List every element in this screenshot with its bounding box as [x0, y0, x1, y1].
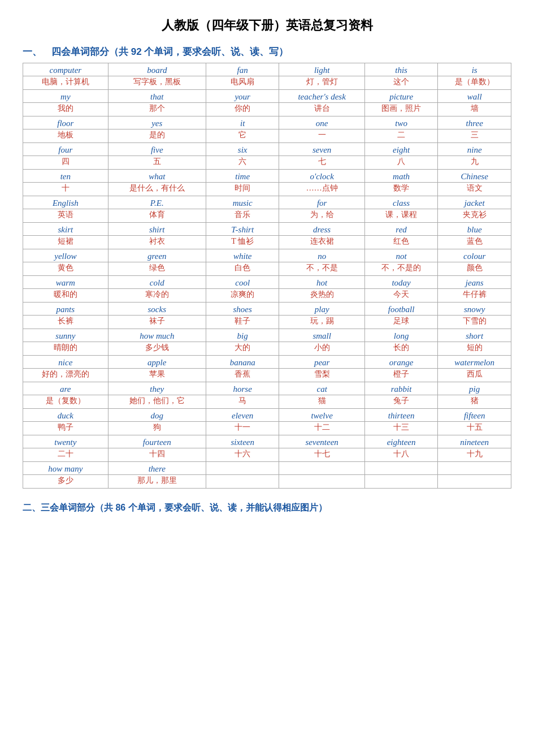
english-cell: for [279, 196, 364, 209]
english-cell: nine [438, 143, 511, 156]
chinese-cell: 多少钱 [108, 342, 206, 356]
table-row: mythatyourteacher's deskpicturewall [23, 90, 511, 103]
english-cell: picture [364, 90, 438, 103]
english-cell: that [108, 90, 206, 103]
chinese-cell: 玩，踢 [279, 316, 364, 329]
english-cell: three [438, 116, 511, 129]
english-cell: my [23, 90, 108, 103]
english-cell: your [206, 90, 279, 103]
chinese-cell: 电风扇 [206, 76, 279, 90]
table-row: niceapplebananapearorangewatermelon [23, 356, 511, 369]
chinese-cell: 袜子 [108, 316, 206, 329]
chinese-cell: 牛仔裤 [438, 289, 511, 303]
chinese-cell: 暖和的 [23, 289, 108, 303]
english-cell: pear [279, 356, 364, 369]
table-row: aretheyhorsecatrabbitpig [23, 382, 511, 395]
chinese-cell: 十一 [206, 422, 279, 435]
chinese-cell: 蓝色 [438, 236, 511, 249]
chinese-cell: 炎热的 [279, 289, 364, 303]
chinese-cell: 好的，漂亮的 [23, 369, 108, 382]
english-cell: it [206, 116, 279, 129]
chinese-cell: 长裤 [23, 316, 108, 329]
chinese-cell: 十二 [279, 422, 364, 435]
chinese-cell: 语文 [438, 183, 511, 196]
english-cell: not [364, 249, 438, 262]
english-cell: horse [206, 382, 279, 395]
english-cell: five [108, 143, 206, 156]
chinese-cell: 是的 [108, 129, 206, 143]
english-cell: nice [23, 356, 108, 369]
english-cell: twenty [23, 435, 108, 448]
chinese-cell: 九 [438, 156, 511, 170]
chinese-cell: 电脑，计算机 [23, 76, 108, 90]
chinese-cell: 六 [206, 156, 279, 170]
page-title: 人教版（四年级下册）英语总复习资料 [23, 17, 511, 34]
table-row: duckdogeleventwelvethirteenfifteen [23, 409, 511, 422]
table-row: 多少那儿，那里 [23, 475, 511, 489]
english-cell: they [108, 382, 206, 395]
chinese-cell: 不，不是的 [364, 262, 438, 276]
english-cell: math [364, 170, 438, 183]
table-row: how manythere [23, 462, 511, 475]
chinese-cell: 寒冷的 [108, 289, 206, 303]
chinese-cell: 不，不是 [279, 262, 364, 276]
chinese-cell: 香蕉 [206, 369, 279, 382]
english-cell: hot [279, 276, 364, 289]
table-row: warmcoldcoolhottodayjeans [23, 276, 511, 289]
chinese-cell: 十三 [364, 422, 438, 435]
english-cell: jacket [438, 196, 511, 209]
chinese-cell: 十 [23, 183, 108, 196]
table-row: 晴朗的多少钱大的小的长的短的 [23, 342, 511, 356]
english-cell [279, 462, 364, 475]
chinese-cell: 二 [364, 129, 438, 143]
chinese-cell: 多少 [23, 475, 108, 489]
english-cell: thirteen [364, 409, 438, 422]
english-cell: eight [364, 143, 438, 156]
chinese-cell: 你的 [206, 103, 279, 116]
table-row: yellowgreenwhitenonotcolour [23, 249, 511, 262]
table-row: 地板是的它一二三 [23, 129, 511, 143]
table-row: 我的那个你的讲台图画，照片墙 [23, 103, 511, 116]
english-cell: short [438, 329, 511, 342]
chinese-cell: 黄色 [23, 262, 108, 276]
chinese-cell: 马 [206, 395, 279, 409]
english-cell: English [23, 196, 108, 209]
chinese-cell: 橙子 [364, 369, 438, 382]
english-cell: teacher's desk [279, 90, 364, 103]
chinese-cell: 下雪的 [438, 316, 511, 329]
chinese-cell: 它 [206, 129, 279, 143]
english-cell: banana [206, 356, 279, 369]
english-cell: fan [206, 63, 279, 76]
table-row: 二十十四十六十七十八十九 [23, 448, 511, 462]
table-row: 四五六七八九 [23, 156, 511, 170]
english-cell: two [364, 116, 438, 129]
chinese-cell: 十六 [206, 448, 279, 462]
section2-title: 二、三会单词部分（共 86 个单词，要求会听、说、读，并能认得相应图片） [23, 502, 511, 514]
english-cell: today [364, 276, 438, 289]
english-cell: nineteen [438, 435, 511, 448]
english-cell: seven [279, 143, 364, 156]
english-cell: skirt [23, 223, 108, 236]
english-cell: what [108, 170, 206, 183]
chinese-cell: 灯，管灯 [279, 76, 364, 90]
english-cell: small [279, 329, 364, 342]
english-cell: wall [438, 90, 511, 103]
english-cell: cold [108, 276, 206, 289]
english-cell: one [279, 116, 364, 129]
chinese-cell: T 恤衫 [206, 236, 279, 249]
chinese-cell: 十七 [279, 448, 364, 462]
section1-title: 一、 四会单词部分（共 92 个单词，要求会听、说、读、写） [23, 45, 511, 58]
chinese-cell: 晴朗的 [23, 342, 108, 356]
vocabulary-table: computerboardfanlightthisis电脑，计算机写字板，黑板电… [23, 63, 511, 489]
english-cell: no [279, 249, 364, 262]
chinese-cell: 足球 [364, 316, 438, 329]
english-cell: o'clock [279, 170, 364, 183]
english-cell [206, 462, 279, 475]
english-cell: time [206, 170, 279, 183]
english-cell: long [364, 329, 438, 342]
chinese-cell: 衬衣 [108, 236, 206, 249]
chinese-cell: 体育 [108, 209, 206, 223]
english-cell: is [438, 63, 511, 76]
chinese-cell: 鸭子 [23, 422, 108, 435]
english-cell: warm [23, 276, 108, 289]
